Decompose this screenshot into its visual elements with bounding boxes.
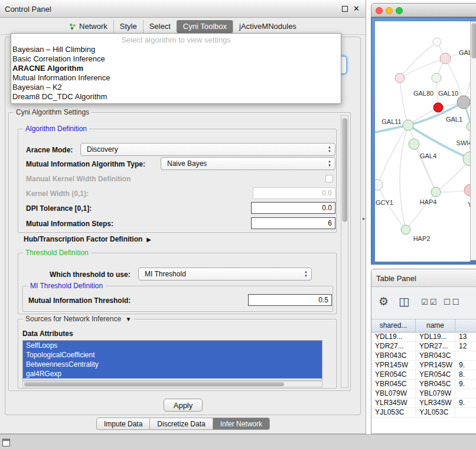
attribute-item-selected[interactable]: gal4RGexp	[23, 369, 322, 379]
tab-style[interactable]: Style	[113, 20, 143, 33]
apply-button[interactable]: Apply	[164, 399, 203, 412]
table-row[interactable]: YJL053C YJL053C	[371, 408, 476, 418]
cell[interactable]: YDL19...	[416, 332, 455, 341]
cell[interactable]: 9.	[455, 399, 476, 407]
network-node[interactable]	[432, 73, 441, 83]
network-vscrollbar[interactable]	[470, 21, 476, 260]
network-node[interactable]	[375, 180, 383, 190]
minimized-window-icon[interactable]	[2, 439, 10, 446]
which-threshold-combo[interactable]: MI Threshold ▲▼	[138, 268, 312, 281]
network-window-titlebar[interactable]	[371, 3, 476, 17]
cell[interactable]	[455, 389, 476, 398]
tab-infer-network[interactable]: Infer Network	[213, 418, 270, 430]
network-node[interactable]	[440, 53, 451, 64]
mi-threshold-field[interactable]: 0.5	[248, 294, 332, 306]
cell[interactable]: YDR27...	[416, 342, 455, 351]
algorithm-option-selected[interactable]: ARACNE Algorithm	[11, 64, 341, 73]
cell[interactable]: YBR045C	[416, 380, 455, 389]
attribute-item-selected[interactable]: TopologicalCoefficient	[23, 350, 322, 360]
cell[interactable]: YJL053C	[371, 408, 416, 417]
attribute-item-selected[interactable]: SelfLoops	[23, 341, 322, 350]
table-row[interactable]: YBR045C YBR045C 9.	[371, 380, 476, 389]
settings-scrollbar-thumb[interactable]	[342, 118, 347, 222]
attributes-hscrollbar-thumb[interactable]	[24, 382, 284, 386]
zoom-traffic-light[interactable]	[396, 7, 403, 14]
column-header-shared-name[interactable]: shared...	[371, 319, 416, 332]
tab-select[interactable]: Select	[143, 20, 177, 33]
gear-icon[interactable]: ⚙	[379, 295, 389, 308]
algorithm-option[interactable]: Bayesian – K2	[11, 83, 341, 92]
minimize-traffic-light[interactable]	[386, 7, 393, 14]
tab-jactivemnodules[interactable]: jActiveMNodules	[233, 20, 302, 33]
tab-discretize-data[interactable]: Discretize Data	[150, 418, 213, 430]
attributes-hscrollbar[interactable]	[22, 381, 322, 387]
table-row[interactable]: YBR043C YBR043C	[371, 351, 476, 361]
network-node[interactable]	[463, 152, 470, 166]
tab-cyni-toolbox[interactable]: Cyni Toolbox	[177, 20, 233, 33]
kernel-width-field[interactable]: 0.0	[253, 187, 335, 199]
cell[interactable]: YDL19...	[371, 332, 416, 341]
cell[interactable]: YLR345W	[416, 399, 455, 407]
control-panel-titlebar[interactable]: Control Panel ✕	[0, 0, 366, 18]
column-header-partial[interactable]	[455, 319, 476, 332]
cell[interactable]: YPR145W	[371, 361, 416, 370]
cell[interactable]: YBL079W	[416, 389, 455, 398]
cell[interactable]: YBR045C	[371, 380, 416, 389]
float-window-icon[interactable]	[342, 6, 348, 12]
table-panel-titlebar[interactable]: Table Panel	[371, 269, 476, 287]
cell[interactable]: YBR043C	[371, 351, 416, 360]
tab-network[interactable]: Network	[63, 20, 113, 33]
network-node[interactable]	[457, 96, 470, 109]
cell[interactable]: YER054C	[371, 370, 416, 379]
table-row[interactable]: YBL079W YBL079W	[371, 389, 476, 399]
network-node[interactable]	[401, 225, 410, 234]
cell[interactable]: YLR345W	[371, 399, 416, 407]
tab-impute-data[interactable]: Impute Data	[96, 418, 150, 430]
dpi-tolerance-field[interactable]: 0.0	[251, 202, 335, 214]
network-node[interactable]	[403, 120, 413, 131]
cell[interactable]: YBL079W	[371, 389, 416, 398]
algorithm-option[interactable]: Dream8 DC_TDC Algorithm	[11, 92, 341, 102]
network-node[interactable]	[433, 38, 441, 46]
table-row[interactable]: YPR145W YPR145W 9.	[371, 361, 476, 370]
close-traffic-light[interactable]	[376, 7, 383, 14]
algorithm-option[interactable]: Mutual Information Inference	[11, 73, 341, 83]
table-row[interactable]: YLR345W YLR345W 9.	[371, 399, 476, 408]
algorithm-option[interactable]: Bayesian – Hill Climbing	[11, 45, 341, 54]
table-row[interactable]: YDL19... YDL19... 13	[371, 332, 476, 342]
network-node[interactable]	[409, 139, 419, 149]
cell[interactable]: 12	[455, 342, 476, 351]
mi-type-combo[interactable]: Naive Bayes ▲▼	[161, 157, 335, 170]
cell[interactable]: YBR043C	[416, 351, 455, 360]
network-canvas[interactable]: GAL GAL80 GAL10 GAL11 GAL1 SWI4 GAL4 GCY…	[375, 21, 470, 262]
splitter-arrow-icon[interactable]: ▸	[363, 216, 366, 221]
attribute-item-selected[interactable]: BetweennessCentrality	[23, 360, 322, 369]
network-node[interactable]	[464, 184, 470, 196]
deselect-all-checkboxes-icon[interactable]: ☐☐	[444, 298, 461, 306]
close-window-icon[interactable]: ✕	[353, 5, 360, 12]
cell[interactable]	[455, 408, 476, 417]
aracne-mode-combo[interactable]: Discovery ▲▼	[80, 143, 335, 156]
cell[interactable]: YJL053C	[416, 408, 455, 417]
column-header-name[interactable]: name	[416, 319, 455, 332]
table-row[interactable]: YDR27... YDR27... 12	[371, 342, 476, 351]
network-node[interactable]	[395, 73, 405, 83]
cell[interactable]: 9.	[455, 361, 476, 370]
select-all-checkboxes-icon[interactable]: ☑☑	[421, 298, 438, 306]
sources-group-title-wrap[interactable]: Sources for Network Inference ▼	[23, 315, 133, 323]
manual-kernel-checkbox[interactable]	[325, 175, 333, 182]
network-node-red[interactable]	[433, 103, 443, 112]
cell[interactable]: YDR27...	[371, 342, 416, 351]
algorithm-option[interactable]: Basic Correlation Inference	[11, 54, 341, 64]
settings-scrollbar[interactable]	[341, 115, 348, 388]
table-row[interactable]: YER054C YER054C 8.	[371, 370, 476, 380]
network-vscrollbar-thumb[interactable]	[471, 23, 476, 58]
cell[interactable]	[455, 351, 476, 360]
mi-steps-field[interactable]: 6	[251, 217, 335, 229]
cell[interactable]: 8.	[455, 370, 476, 379]
cell[interactable]: 13	[455, 332, 476, 341]
columns-icon[interactable]: ◫	[399, 295, 409, 308]
cell[interactable]: YPR145W	[416, 361, 455, 370]
cell[interactable]: YER054C	[416, 370, 455, 379]
cell[interactable]: 9.	[455, 380, 476, 389]
